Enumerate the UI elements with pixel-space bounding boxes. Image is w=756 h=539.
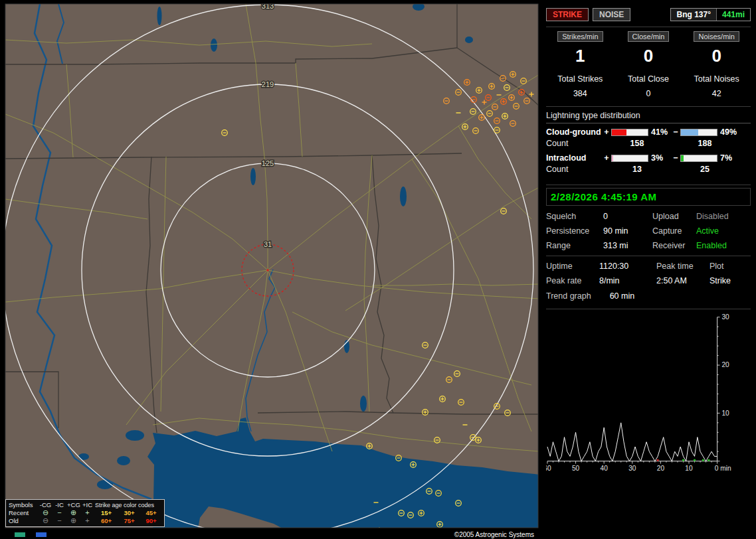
map-area: 313 219 125 31 Symbols -CG -IC +CG +IC S… — [0, 0, 539, 539]
receiver-value: Enabled — [696, 241, 751, 250]
status-mark-1 — [15, 532, 25, 537]
noises-per-min-chip[interactable]: Noises/min — [694, 31, 739, 42]
uptime-label: Uptime — [546, 262, 599, 271]
plot-value: Strike — [709, 276, 751, 285]
close-per-min-chip[interactable]: Close/min — [628, 31, 670, 42]
cg-plus-count: 158 — [603, 139, 671, 148]
strikes-per-min-value: 1 — [546, 46, 614, 66]
trend-chart: 6050403020100 min302010 — [546, 309, 751, 539]
map-legend: Symbols -CG -IC +CG +IC Strike age color… — [5, 499, 165, 527]
display-mode-bar: STRIKE NOISE Bng 137° 441mi — [546, 5, 751, 27]
strike-mode-button[interactable]: STRIKE — [546, 8, 589, 21]
total-noises-label: Total Noises — [682, 74, 751, 84]
minus-sign: − — [672, 153, 679, 163]
svg-text:0 min: 0 min — [715, 465, 731, 472]
lightning-map[interactable]: 313 219 125 31 — [0, 0, 539, 539]
close-per-min-value: 0 — [614, 46, 683, 66]
session-section: Uptime 1120:30 Peak time Plot Peak rate … — [546, 256, 751, 309]
ic-plus-old-icon: + — [81, 517, 94, 524]
legend-col-ic-plus: +IC — [81, 501, 94, 508]
distribution-section: Lightning type distribution Cloud-ground… — [546, 107, 751, 185]
total-strikes-value: 384 — [546, 89, 614, 98]
svg-text:20: 20 — [657, 465, 665, 472]
peak-time-label: Peak time — [656, 262, 709, 271]
upload-value: Disabled — [696, 212, 751, 221]
legend-symbols-header: Symbols — [9, 501, 38, 508]
capture-label: Capture — [652, 226, 696, 236]
rate-stats-section: Strikes/min Close/min Noises/min 1 0 0 T… — [546, 27, 751, 107]
copyright: ©2005 Astrogenic Systems — [454, 531, 534, 538]
cg-plus-pct: 41% — [651, 127, 672, 137]
peak-time-value: 2:50 AM — [656, 276, 709, 285]
side-panel: STRIKE NOISE Bng 137° 441mi Strikes/min … — [539, 0, 756, 539]
status-section: 2/28/2026 4:45:19 AM Squelch 0 Upload Di… — [546, 185, 751, 256]
receiver-label: Receiver — [652, 241, 696, 250]
total-close-label: Total Close — [614, 74, 683, 84]
age-75: 75+ — [119, 517, 140, 524]
persistence-value: 90 min — [603, 226, 652, 236]
cg-minus-pct: 49% — [720, 127, 741, 137]
bearing-value: Bng 137° — [671, 9, 715, 21]
status-marks — [15, 532, 47, 537]
ic-minus-bar — [680, 155, 717, 162]
svg-text:10: 10 — [685, 465, 693, 472]
ring-label-31: 31 — [264, 240, 272, 248]
cloud-ground-label: Cloud-ground — [546, 127, 603, 137]
upload-label: Upload — [652, 212, 696, 221]
squelch-value: 0 — [603, 212, 652, 221]
minus-sign: − — [672, 127, 679, 137]
cloud-ground-row: Cloud-ground + 41% − 49% — [546, 127, 751, 137]
ic-minus-old-icon: − — [53, 517, 66, 524]
noise-mode-button[interactable]: NOISE — [593, 8, 630, 21]
range-value: 313 mi — [603, 241, 652, 250]
ic-plus-recent-icon: + — [81, 509, 94, 516]
ic-minus-count: 25 — [671, 165, 739, 174]
svg-text:30: 30 — [628, 465, 636, 472]
peak-rate-label: Peak rate — [546, 276, 599, 285]
squelch-label: Squelch — [546, 212, 603, 221]
svg-text:40: 40 — [601, 465, 609, 472]
status-mark-2 — [36, 532, 47, 537]
total-strikes-label: Total Strikes — [546, 74, 614, 84]
trend-graph-value: 60 min — [610, 291, 635, 301]
svg-text:50: 50 — [572, 465, 580, 472]
receiver-location-marker — [266, 269, 269, 271]
datetime: 2/28/2026 4:45:19 AM — [546, 188, 751, 206]
cg-minus-old-icon: ⊖ — [39, 517, 52, 524]
capture-value: Active — [696, 226, 751, 236]
ic-plus-pct: 3% — [651, 153, 672, 163]
ic-minus-recent-icon: − — [53, 509, 66, 516]
total-noises-value: 42 — [682, 89, 751, 98]
legend-col-cg-plus: +CG — [67, 501, 80, 508]
strikes-per-min-chip[interactable]: Strikes/min — [557, 31, 603, 42]
ic-plus-bar — [611, 155, 648, 162]
intracloud-label: Intracloud — [546, 153, 603, 163]
total-close-value: 0 — [614, 89, 683, 98]
legend-row-old: Old — [9, 517, 38, 524]
noises-per-min-value: 0 — [682, 46, 751, 66]
cg-plus-old-icon: ⊕ — [67, 517, 80, 524]
age-90: 90+ — [141, 517, 161, 524]
plus-sign: + — [603, 153, 610, 163]
ic-minus-pct: 7% — [720, 153, 741, 163]
ic-plus-count: 13 — [603, 165, 671, 174]
age-60: 60+ — [95, 517, 118, 524]
legend-age-header: Strike age color codes — [95, 502, 161, 508]
legend-col-ic-minus: -IC — [53, 501, 66, 508]
svg-text:20: 20 — [721, 361, 729, 368]
bearing-box: Bng 137° 441mi — [670, 8, 751, 21]
legend-col-cg-minus: -CG — [39, 501, 52, 508]
age-45: 45+ — [141, 509, 161, 516]
legend-row-recent: Recent — [9, 509, 38, 516]
plot-label: Plot — [709, 262, 751, 271]
age-30: 30+ — [119, 509, 140, 516]
count-label: Count — [546, 165, 603, 174]
cg-minus-bar — [680, 129, 717, 136]
plus-sign: + — [603, 127, 610, 137]
ring-label-125: 125 — [262, 159, 274, 167]
distance-value: 441mi — [716, 9, 750, 21]
intracloud-row: Intracloud + 3% − 7% — [546, 153, 751, 163]
persistence-label: Persistence — [546, 226, 603, 236]
trend-graph-svg: 6050403020100 min302010 — [546, 312, 751, 481]
range-label: Range — [546, 241, 603, 250]
